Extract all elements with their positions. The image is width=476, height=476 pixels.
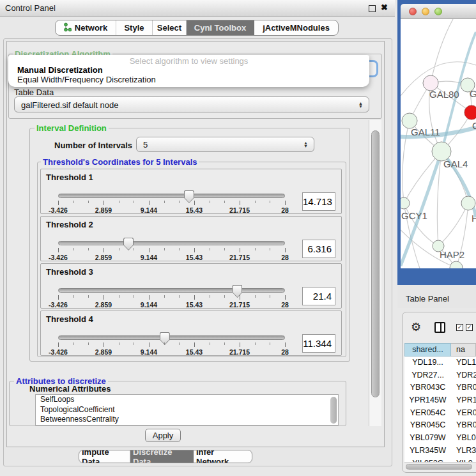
cell-shared-name[interactable]: YLR345W (404, 445, 451, 457)
attributes-list-scrollbar[interactable] (330, 397, 337, 424)
cell-shared-name[interactable]: YIL052C (404, 457, 451, 463)
tick-mark (73, 201, 74, 203)
cell-shared-name[interactable]: YBL079W (404, 432, 451, 445)
cell-name[interactable]: YDL1 (451, 357, 476, 369)
tick-mark (270, 342, 270, 345)
tick-mark (240, 201, 240, 205)
slider-ticks (58, 248, 285, 253)
threshold-1-slider[interactable]: -3.4262.8599.14415.4321.71528 (58, 192, 285, 215)
checkbox-icon[interactable]: ✓ (456, 324, 463, 331)
number-of-intervals-combobox[interactable]: 5 ▲▼ (136, 137, 314, 152)
cell-shared-name[interactable]: YPR145W (404, 394, 451, 407)
cell-name[interactable]: YER0 (451, 407, 476, 420)
attribute-list-item[interactable]: SelfLoops (36, 395, 338, 405)
float-window-icon[interactable] (369, 5, 376, 12)
tick-mark (73, 342, 74, 345)
slider-track[interactable] (58, 335, 285, 340)
node-h[interactable] (461, 196, 475, 210)
zoom-window-icon[interactable] (434, 8, 442, 15)
tick-mark (88, 248, 89, 250)
table-hscrollbar-thumb[interactable] (406, 464, 472, 470)
popup-option-manual[interactable]: Manual Discretization (17, 65, 103, 75)
threshold-3-panel: Threshold 3 -3.4262.8599.14415.4321.7152… (40, 263, 342, 309)
apply-button[interactable]: Apply (145, 429, 181, 442)
cell-name[interactable]: YBR0 (451, 419, 476, 432)
cell-name[interactable]: YBL0 (451, 432, 476, 445)
checkbox-icon[interactable]: ✓ (466, 324, 473, 331)
cell-name[interactable]: YDR2 (451, 369, 476, 382)
slider-scale-labels: -3.4262.8599.14415.4321.71528 (58, 301, 285, 309)
column-layout-icon[interactable] (434, 322, 445, 333)
tab-jactivemnodules[interactable]: jActiveMNodules (254, 20, 338, 35)
close-window-icon[interactable] (409, 8, 417, 15)
column-header-shared-name[interactable]: shared... (404, 343, 451, 357)
threshold-2-panel: Threshold 2 -3.4262.8599.14415.4321.7152… (40, 216, 342, 261)
threshold-4-label: Threshold 4 (46, 314, 93, 324)
tick-mark (210, 248, 210, 250)
tab-select[interactable]: Select (153, 20, 187, 35)
numerical-attributes-list[interactable]: SelfLoopsTopologicalCoefficientBetweenne… (35, 394, 339, 426)
tab-impute-data[interactable]: Impute Data (79, 450, 130, 463)
scale-label: 21.715 (229, 206, 250, 214)
threshold-4-slider[interactable]: -3.4262.8599.14415.4321.71528 (58, 334, 285, 357)
threshold-3-value-field[interactable]: 21.4 (302, 287, 335, 305)
cell-shared-name[interactable]: YBR043C (404, 381, 451, 394)
table-row[interactable]: YPR145WYPR1 (404, 394, 476, 407)
close-panel-icon[interactable]: ✖ (381, 3, 388, 12)
cell-shared-name[interactable]: YER054C (404, 407, 451, 420)
threshold-4-value-field[interactable]: 11.344 (302, 334, 335, 353)
table-row[interactable]: YBR045CYBR0 (404, 419, 476, 432)
column-header-name[interactable]: na (451, 343, 476, 357)
popup-option-equal-width[interactable]: Equal Width/Frequency Discretization (17, 75, 156, 84)
attribute-list-item[interactable]: TopologicalCoefficient (36, 405, 338, 415)
threshold-1-label: Threshold 1 (46, 173, 93, 182)
node-gcy1[interactable] (401, 197, 410, 209)
slider-scale-labels: -3.4262.8599.14415.4321.71528 (58, 254, 285, 261)
gear-icon[interactable]: ⚙ (411, 320, 421, 334)
node-table[interactable]: shared... na YDL19...YDL1YDR27...YDR2YBR… (404, 343, 476, 462)
cell-name[interactable]: YIL0 (451, 457, 476, 463)
table-row[interactable]: YBR043CYBR0 (404, 381, 476, 394)
tick-mark (255, 248, 256, 250)
content-scrollbar[interactable] (369, 120, 381, 426)
content-scrollbar-thumb[interactable] (371, 130, 380, 397)
slider-track[interactable] (58, 288, 285, 293)
table-data-combobox[interactable]: galFiltered.sif default node ▲▼ (14, 96, 369, 112)
cell-name[interactable]: YLR3 (451, 445, 476, 457)
table-row[interactable]: YLR345WYLR3 (404, 445, 476, 457)
node-red[interactable] (464, 105, 476, 119)
scale-label: 9.144 (141, 348, 157, 356)
table-hscrollbar[interactable] (404, 462, 476, 470)
slider-track[interactable] (58, 194, 285, 198)
tick-mark (164, 248, 165, 250)
attribute-list-item[interactable]: BetweennessCentrality (36, 415, 338, 425)
cell-name[interactable]: YBR0 (451, 381, 476, 394)
threshold-1-value-field[interactable]: 14.713 (302, 192, 335, 211)
cell-shared-name[interactable]: YBR045C (404, 419, 451, 432)
table-row[interactable]: YDR27...YDR2 (404, 369, 476, 382)
slider-track[interactable] (58, 241, 285, 245)
minimize-window-icon[interactable] (422, 8, 429, 15)
tick-mark (119, 201, 119, 203)
cell-shared-name[interactable]: YDR27... (404, 369, 451, 382)
tick-mark (149, 201, 150, 205)
tab-infer-network[interactable]: Infer Network (194, 450, 252, 463)
table-row[interactable]: YBL079WYBL0 (404, 432, 476, 445)
threshold-2-value-field[interactable]: 6.316 (302, 240, 335, 258)
tab-style[interactable]: Style (116, 20, 153, 35)
table-row[interactable]: YDL19...YDL1 (404, 357, 476, 369)
interval-definition-title: Interval Definition (35, 123, 109, 133)
table-row[interactable]: YER054CYER0 (404, 407, 476, 420)
threshold-2-slider[interactable]: -3.4262.8599.14415.4321.71528 (58, 240, 285, 262)
tab-network[interactable]: Network (56, 20, 116, 35)
threshold-3-slider[interactable]: -3.4262.8599.14415.4321.71528 (58, 287, 285, 309)
threshold-2-label: Threshold 2 (46, 220, 93, 229)
cell-shared-name[interactable]: YDL19... (404, 357, 451, 369)
tab-discretize-data[interactable]: Discretize Data (130, 450, 194, 463)
table-row[interactable]: YIL052CYIL0 (404, 457, 476, 463)
cell-name[interactable]: YPR1 (451, 394, 476, 407)
network-canvas[interactable]: GAL80 GA GAL11 C GAL4 GCY1 H HAP2 (401, 19, 476, 268)
slider-scale-labels: -3.4262.8599.14415.4321.71528 (58, 348, 285, 356)
numerical-attributes-label: Numerical Attributes (29, 384, 111, 394)
tab-cyni-toolbox[interactable]: Cyni Toolbox (187, 20, 254, 35)
